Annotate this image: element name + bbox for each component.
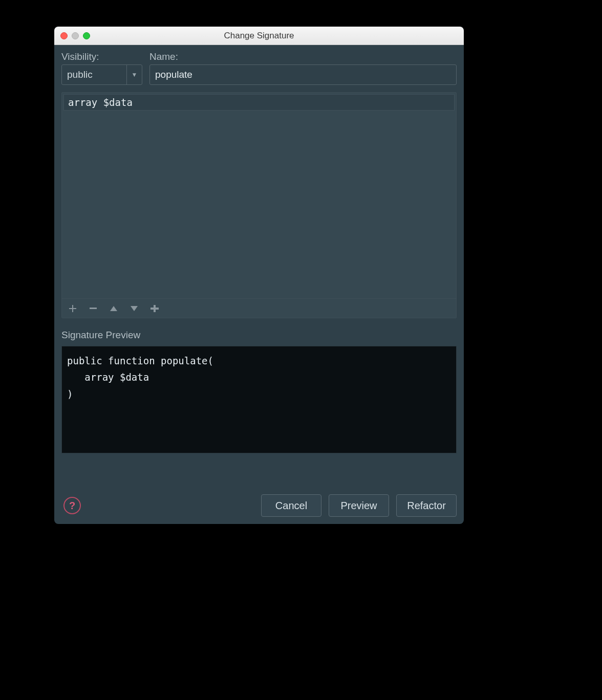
move-down-icon[interactable] — [130, 306, 139, 311]
chevron-down-icon[interactable]: ▼ — [126, 65, 142, 84]
propagate-icon[interactable] — [150, 305, 159, 312]
parameters-toolbar — [62, 298, 456, 318]
zoom-icon[interactable] — [83, 32, 90, 39]
parameters-panel: array $data — [61, 92, 457, 318]
preview-line-1: public function populate( — [67, 355, 213, 366]
refactor-button[interactable]: Refactor — [396, 494, 457, 517]
window-controls — [54, 32, 90, 39]
signature-preview-label: Signature Preview — [61, 330, 457, 341]
help-icon[interactable]: ? — [63, 497, 81, 514]
remove-icon[interactable] — [89, 308, 98, 310]
visibility-select[interactable]: public ▼ — [61, 64, 142, 85]
parameters-list[interactable]: array $data — [62, 93, 456, 298]
signature-preview: public function populate( array $data ) — [61, 346, 457, 453]
dialog-footer: ? Cancel Preview Refactor — [61, 487, 457, 517]
preview-line-2: array $data — [67, 371, 149, 383]
dialog-content: Visibility: Name: public ▼ populate arra… — [54, 45, 464, 524]
parameter-row[interactable]: array $data — [63, 94, 455, 111]
parameter-text: array $data — [68, 97, 133, 108]
name-input[interactable]: populate — [149, 64, 457, 85]
minimize-icon[interactable] — [72, 32, 79, 39]
cancel-button[interactable]: Cancel — [261, 494, 321, 517]
titlebar: Change Signature — [54, 27, 464, 45]
name-input-value: populate — [155, 69, 192, 80]
visibility-label: Visibility: — [61, 51, 142, 62]
change-signature-dialog: Change Signature Visibility: Name: publi… — [54, 27, 464, 524]
svg-rect-0 — [90, 308, 97, 309]
close-icon[interactable] — [60, 32, 68, 39]
preview-line-3: ) — [67, 388, 73, 400]
visibility-value: public — [62, 65, 126, 84]
move-up-icon[interactable] — [109, 306, 118, 311]
window-title: Change Signature — [54, 31, 464, 41]
preview-button[interactable]: Preview — [329, 494, 389, 517]
name-label: Name: — [149, 51, 178, 62]
add-icon[interactable] — [68, 305, 77, 312]
